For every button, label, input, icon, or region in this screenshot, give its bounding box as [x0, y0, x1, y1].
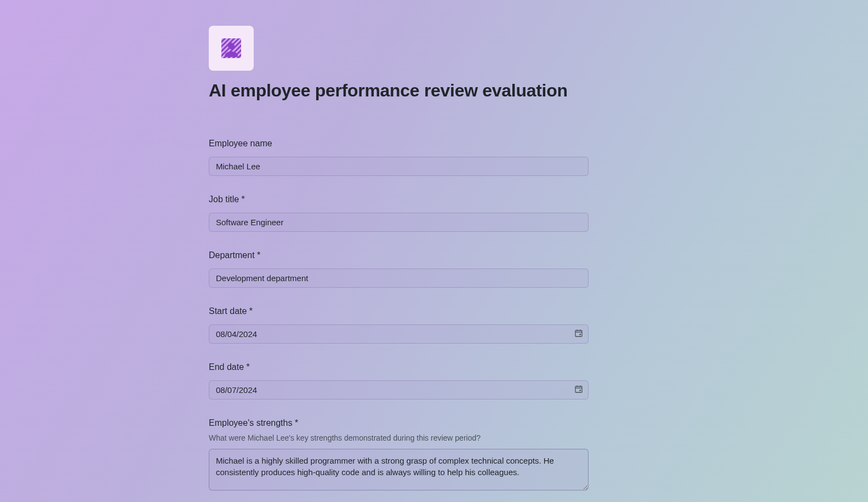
employee-name-label: Employee name: [209, 139, 589, 149]
person-stripes-icon: [220, 37, 242, 59]
svg-point-3: [228, 43, 235, 49]
strengths-textarea[interactable]: [209, 449, 589, 490]
form-icon-box: [209, 26, 254, 71]
department-input[interactable]: [209, 269, 589, 288]
end-date-label: End date *: [209, 362, 589, 372]
strengths-label: Employee's strengths *: [209, 418, 589, 428]
field-end-date: End date *: [209, 362, 589, 400]
field-strengths: Employee's strengths * What were Michael…: [209, 418, 589, 493]
start-date-wrapper: [209, 324, 589, 344]
job-title-label: Job title *: [209, 195, 589, 204]
end-date-wrapper: [209, 380, 589, 400]
field-start-date: Start date *: [209, 306, 589, 344]
job-title-input[interactable]: [209, 213, 589, 232]
department-label: Department *: [209, 250, 589, 260]
employee-name-input[interactable]: [209, 157, 589, 176]
end-date-input[interactable]: [209, 380, 589, 400]
field-employee-name: Employee name: [209, 139, 589, 176]
field-job-title: Job title *: [209, 195, 589, 232]
field-department: Department *: [209, 250, 589, 288]
page-title: AI employee performance review evaluatio…: [209, 81, 589, 101]
form-container: AI employee performance review evaluatio…: [209, 26, 589, 493]
start-date-input[interactable]: [209, 324, 589, 344]
strengths-description: What were Michael Lee's key strengths de…: [209, 433, 589, 442]
start-date-label: Start date *: [209, 306, 589, 316]
